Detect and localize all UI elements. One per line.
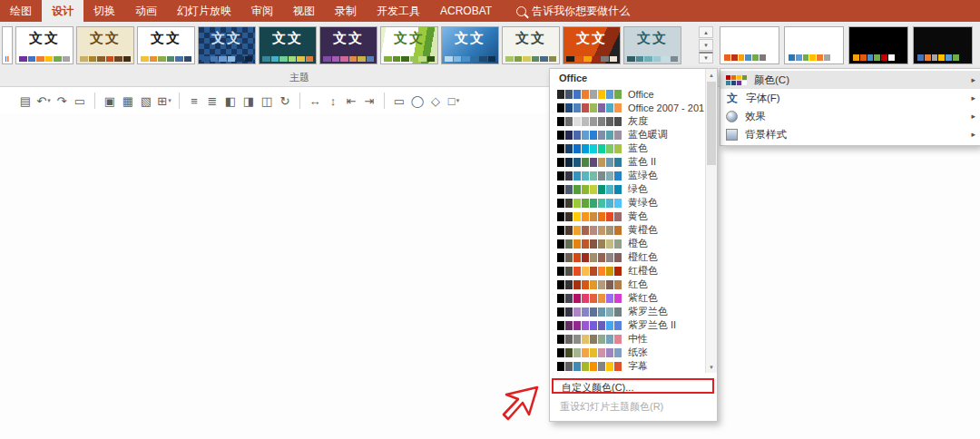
insert-table-button[interactable]: ⊞▾ (155, 92, 173, 110)
distribute-horizontal-button[interactable]: ↔ (306, 92, 324, 110)
distribute-horizontal-icon: ↔ (309, 94, 321, 108)
ribbon-tab-view[interactable]: 视图 (283, 0, 325, 22)
send-backward-button[interactable]: ◨ (240, 92, 258, 110)
theme-thumbnail-11[interactable]: 文文 (623, 26, 681, 64)
color-scheme-item-11[interactable]: 橙色 (550, 237, 704, 250)
scheme-name: 绿色 (628, 182, 648, 196)
theme-thumbnail-0[interactable] (2, 26, 13, 64)
scheme-name: 蓝色 II (628, 155, 656, 169)
undo-button[interactable]: ↶▾ (34, 92, 53, 110)
variant-thumbnail-1[interactable] (784, 26, 844, 64)
ribbon-tab-slideshow[interactable]: 幻灯片放映 (167, 0, 241, 22)
scrollbar-down-arrow[interactable]: ▼ (706, 361, 717, 373)
variant-menu-item-3[interactable]: 背景样式▸ (720, 125, 980, 143)
tell-me-search[interactable]: 告诉我你想要做什么 (516, 0, 630, 22)
shape-ellipse-icon: ◯ (411, 94, 425, 108)
theme-thumbnail-3[interactable]: 文文 (137, 26, 195, 64)
color-scheme-item-18[interactable]: 中性 (550, 332, 704, 346)
theme-thumbnail-2[interactable]: 文文 (76, 26, 134, 64)
variant-thumbnail-3[interactable] (913, 26, 973, 64)
gallery-scroll-down-button[interactable]: ▾ (699, 39, 713, 51)
variant-menu-label: 字体(F) (746, 92, 780, 105)
scheme-name: 紫罗兰色 II (628, 318, 676, 332)
variant-thumbnail-2[interactable] (848, 26, 908, 64)
scheme-color-strip (557, 199, 622, 208)
theme-thumbnail-10[interactable]: 文文 (563, 26, 621, 64)
annotation-cursor-arrow (501, 385, 543, 426)
color-menu-scrollbar[interactable]: ▲ ▼ (705, 69, 717, 373)
customize-colors-item[interactable]: 自定义颜色(C)... (552, 378, 714, 394)
effects-icon (726, 111, 738, 122)
theme-color-strip (445, 56, 495, 62)
gallery-more-button[interactable]: ▾ (699, 52, 713, 63)
redo-button[interactable]: ↷ (53, 92, 71, 110)
ribbon-tab-developer[interactable]: 开发工具 (367, 0, 430, 22)
ribbon-tab-record[interactable]: 录制 (325, 0, 367, 22)
gallery-scroll-up-button[interactable]: ▴ (699, 26, 713, 38)
color-scheme-item-8[interactable]: 黄绿色 (550, 196, 704, 210)
theme-thumbnail-6[interactable]: 文文 (319, 26, 377, 64)
variant-menu-item-0[interactable]: 颜色(C)▸ (720, 71, 980, 89)
theme-thumbnail-7[interactable]: 文文 (380, 26, 438, 64)
color-scheme-item-16[interactable]: 紫罗兰色 (550, 305, 704, 318)
variant-menu-item-1[interactable]: 文字体(F)▸ (720, 89, 980, 107)
ribbon-tab-draw[interactable]: 绘图 (0, 0, 42, 22)
color-scheme-item-2[interactable]: 灰度 (550, 114, 704, 128)
bring-forward-button[interactable]: ◧ (221, 92, 240, 110)
format-painter-button[interactable]: ▧ (137, 92, 155, 110)
align-center-button[interactable]: ≣ (203, 92, 221, 110)
variant-thumbnail-0[interactable] (720, 26, 779, 64)
ribbon-tab-acrobat[interactable]: ACROBAT (430, 0, 502, 22)
color-scheme-item-15[interactable]: 紫红色 (550, 291, 704, 305)
shape-square-button[interactable]: □▾ (445, 92, 463, 110)
ribbon-tab-animations[interactable]: 动画 (125, 0, 167, 22)
paste-button[interactable]: ▦ (119, 92, 137, 110)
scrollbar-thumb[interactable] (707, 82, 716, 165)
color-scheme-item-19[interactable]: 纸张 (550, 346, 704, 359)
align-edge-right-button[interactable]: ⇥ (360, 92, 378, 110)
color-scheme-item-14[interactable]: 红色 (550, 278, 704, 291)
align-edge-left-button[interactable]: ⇤ (342, 92, 360, 110)
theme-thumbnail-4[interactable]: 文文 (198, 26, 256, 64)
ribbon-tab-review[interactable]: 审阅 (241, 0, 283, 22)
color-scheme-item-4[interactable]: 蓝色 (550, 141, 704, 155)
shape-diamond-button[interactable]: ◇ (426, 92, 445, 110)
theme-thumbnail-1[interactable]: 文文 (15, 26, 74, 64)
color-scheme-item-0[interactable]: Office (550, 87, 704, 101)
color-scheme-item-7[interactable]: 绿色 (550, 182, 704, 196)
color-scheme-item-6[interactable]: 蓝绿色 (550, 169, 704, 182)
variant-menu-item-2[interactable]: 效果▸ (720, 107, 980, 125)
theme-preview-text: 文文 (624, 30, 681, 47)
theme-thumbnail-5[interactable]: 文文 (259, 26, 317, 64)
scrollbar-up-arrow[interactable]: ▲ (706, 69, 717, 81)
color-scheme-item-10[interactable]: 黄橙色 (550, 223, 704, 237)
slide-canvas[interactable] (0, 113, 980, 439)
ribbon-tab-design[interactable]: 设计 (42, 0, 83, 22)
color-scheme-item-17[interactable]: 紫罗兰色 II (550, 318, 704, 332)
dropdown-caret-icon: ▾ (456, 97, 460, 104)
group-objects-button[interactable]: ◫ (258, 92, 276, 110)
color-scheme-item-20[interactable]: 字幕 (550, 359, 704, 373)
save-button[interactable]: ▤ (16, 92, 34, 110)
color-scheme-item-5[interactable]: 蓝色 II (550, 155, 704, 169)
shape-square-icon: □ (448, 94, 456, 108)
shape-rectangle-button[interactable]: ▭ (390, 92, 408, 110)
distribute-vertical-button[interactable]: ↕ (324, 92, 342, 110)
rotate-object-button[interactable]: ↻ (276, 92, 294, 110)
ribbon-tab-transitions[interactable]: 切换 (83, 0, 125, 22)
copy-button[interactable]: ▣ (101, 92, 119, 110)
theme-thumbnail-8[interactable]: 文文 (441, 26, 499, 64)
color-scheme-item-9[interactable]: 黄色 (550, 210, 704, 223)
start-slideshow-button[interactable]: ▭ (71, 92, 89, 110)
theme-thumbnail-9[interactable]: 文文 (502, 26, 560, 64)
theme-preview-text: 文文 (320, 30, 377, 47)
shape-ellipse-button[interactable]: ◯ (408, 92, 426, 110)
color-scheme-item-12[interactable]: 橙红色 (550, 250, 704, 264)
color-scheme-item-1[interactable]: Office 2007 - 2010 (550, 101, 704, 114)
align-left-button[interactable]: ≡ (185, 92, 203, 110)
theme-preview-text: 文文 (199, 30, 255, 47)
color-scheme-item-3[interactable]: 蓝色暖调 (550, 128, 704, 141)
scheme-name: 蓝色暖调 (628, 128, 668, 141)
tell-me-label: 告诉我你想要做什么 (532, 4, 630, 19)
color-scheme-item-13[interactable]: 红橙色 (550, 264, 704, 278)
